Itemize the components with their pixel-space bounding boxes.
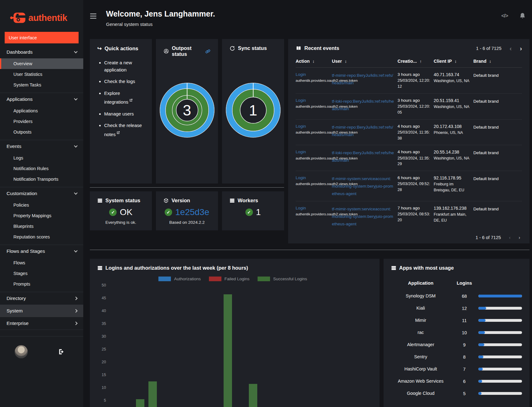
server-icon xyxy=(230,198,235,203)
event-geo: Frankfurt am Main, DE, EU xyxy=(434,212,470,223)
event-action-link[interactable]: Login xyxy=(296,205,329,211)
sidebar-section-system[interactable]: System xyxy=(0,305,83,317)
sidebar-section-events[interactable]: Events xyxy=(0,140,83,153)
event-user-link[interactable]: tf-mimir-repo:BeryJu/k8s:ref:refs/heads/… xyxy=(332,125,393,137)
events-column-action[interactable]: Action↕ xyxy=(296,56,332,68)
sidebar-section-customization[interactable]: Customization xyxy=(0,187,83,200)
event-user-cell: tf-loki-repo:BeryJu/k8s:ref:refs/heads/m… xyxy=(332,93,398,119)
quick-action-label: Explore integrations xyxy=(104,91,128,105)
sidebar-item-policies[interactable]: Policies xyxy=(0,200,83,210)
sidebar-item-notification-transports[interactable]: Notification Transports xyxy=(0,174,83,184)
external-link-icon xyxy=(129,97,133,103)
event-action-cell: Loginauthentik.providers.oauth2.views.to… xyxy=(296,93,332,119)
event-user-link[interactable]: tf-mimir-repo:BeryJu/k8s:ref:refs/heads/… xyxy=(332,73,393,85)
events-column-creatio[interactable]: Creatio...↑ xyxy=(398,56,434,68)
system-status-subtitle: Everything is ok. xyxy=(97,220,144,225)
sidebar-item-property-mappings[interactable]: Property Mappings xyxy=(0,210,83,221)
apps-rows: Synology DSM68Kiali12Mimir11rac10Alertma… xyxy=(391,290,522,400)
event-user-cell: tf-mimir-repo:BeryJu/k8s:ref:refs/heads/… xyxy=(332,68,398,94)
quick-action-check-the-logs[interactable]: Check the logs xyxy=(104,78,144,85)
event-geo: Freiburg im Breisgau, DE, EU xyxy=(434,181,470,193)
app-name: rac xyxy=(391,329,450,336)
event-action-link[interactable]: Login xyxy=(296,123,329,130)
sidebar-item-system-tasks[interactable]: System Tasks xyxy=(0,80,83,90)
sidebar-item-blueprints[interactable]: Blueprints xyxy=(0,221,83,232)
sidebar-section-dashboards[interactable]: Dashboards xyxy=(0,46,83,58)
sidebar-item-reputation-scores[interactable]: Reputation scores xyxy=(0,232,83,242)
sidebar-item-logs[interactable]: Logs xyxy=(0,153,83,163)
hamburger-menu-icon[interactable] xyxy=(90,13,96,20)
event-brand: Default brand xyxy=(473,206,499,212)
app-name: HashiCorp Vault xyxy=(391,365,450,373)
event-client-ip: 20.55.14.238 xyxy=(434,149,470,155)
quick-action-create-a-new-application[interactable]: Create a new application xyxy=(104,59,144,73)
sidebar-item-flows[interactable]: Flows xyxy=(0,257,83,268)
apps-usage-title: Apps with most usage xyxy=(399,265,454,271)
event-timestamp: 25/03/2024, 08:53:20 xyxy=(398,211,431,223)
y-tick-label: 25 xyxy=(102,347,106,351)
app-usage-bar xyxy=(478,356,522,358)
app-login-count: 7 xyxy=(450,367,478,372)
sidebar-section-flows-and-stages[interactable]: Flows and Stages xyxy=(0,245,83,257)
sidebar-item-outposts[interactable]: Outposts xyxy=(0,127,83,137)
event-action-cell: Loginauthentik.providers.oauth2.views.to… xyxy=(296,201,332,232)
version-value-link[interactable]: 1e25d3e xyxy=(175,207,209,217)
logout-icon[interactable] xyxy=(58,348,65,355)
event-action-link[interactable]: Login xyxy=(296,97,329,104)
api-code-icon[interactable]: </> xyxy=(501,13,508,19)
chevron-down-icon xyxy=(74,144,77,147)
sidebar-section-applications[interactable]: Applications xyxy=(0,93,83,105)
sidebar-section-label: System xyxy=(7,308,23,314)
quick-action-manage-users[interactable]: Manage users xyxy=(104,110,144,118)
apps-col-application: Application xyxy=(391,280,450,286)
event-client-ip: 139.162.176.238 xyxy=(434,205,470,212)
event-user-link[interactable]: tf-mimir-system:serviceaccount:monitorin… xyxy=(332,207,393,226)
event-action-link[interactable]: Login xyxy=(296,149,329,155)
sidebar-item-applications[interactable]: Applications xyxy=(0,105,83,116)
notifications-bell-icon[interactable] xyxy=(519,12,526,19)
y-tick-label: 35 xyxy=(102,321,106,326)
event-timestamp: 25/03/2024, 09:52:28 xyxy=(398,181,431,193)
sidebar-item-providers[interactable]: Providers xyxy=(0,116,83,127)
event-user-link[interactable]: tf-loki-repo:BeryJu/k8s:ref:refs/heads/m… xyxy=(332,150,394,163)
chevron-right-icon xyxy=(74,297,77,300)
events-column-client-ip[interactable]: Client IP↕ xyxy=(434,56,473,68)
event-brand: Default brand xyxy=(473,124,499,130)
events-column-user[interactable]: User↕ xyxy=(332,56,398,68)
event-action-link[interactable]: Login xyxy=(296,71,329,78)
usage-bar-track xyxy=(478,392,522,395)
sidebar-item-prompts[interactable]: Prompts xyxy=(0,279,83,289)
chart-title: Logins and authorizations over the last … xyxy=(105,265,248,271)
app-usage-bar xyxy=(478,343,522,346)
outpost-link-icon[interactable] xyxy=(205,49,210,54)
event-client-ip: 20.172.43.108 xyxy=(434,123,470,130)
event-time-ago: 3 hours ago xyxy=(398,97,431,104)
events-column-brand[interactable]: Brand↕ xyxy=(473,56,522,68)
event-action-link[interactable]: Login xyxy=(296,175,329,181)
event-user-link[interactable]: tf-mimir-system:serviceaccount:monitorin… xyxy=(332,176,393,196)
usage-bar-track xyxy=(478,343,522,346)
sidebar-item-notification-rules[interactable]: Notification Rules xyxy=(0,163,83,174)
pagination-next-icon[interactable]: › xyxy=(519,235,520,240)
user-interface-button[interactable]: User interface xyxy=(5,32,79,43)
sidebar-item-stages[interactable]: Stages xyxy=(0,268,83,279)
quick-action-check-the-release-notes[interactable]: Check the release notes xyxy=(104,122,144,138)
event-time-ago: 4 hours ago xyxy=(398,149,431,155)
sidebar-section-directory[interactable]: Directory xyxy=(0,292,83,305)
sidebar-item-overview[interactable]: Overview xyxy=(0,58,83,69)
sync-status-title: Sync status xyxy=(238,45,267,51)
usage-bar-fill xyxy=(478,331,485,334)
user-avatar[interactable] xyxy=(15,345,28,358)
apps-row-sentry: Sentry8 xyxy=(391,351,522,363)
event-user-link[interactable]: tf-loki-repo:BeryJu/k8s:ref:refs/heads/m… xyxy=(332,99,394,111)
pagination-prev-icon[interactable]: ‹ xyxy=(509,235,510,240)
sidebar-item-user-statistics[interactable]: User Statistics xyxy=(0,69,83,80)
chevron-down-icon xyxy=(74,249,77,252)
pagination-next-icon[interactable]: › xyxy=(520,46,522,51)
event-row: Loginauthentik.providers.oauth2.views.to… xyxy=(296,93,522,119)
pagination-prev-icon[interactable]: ‹ xyxy=(510,46,512,51)
sidebar-section-enterprise[interactable]: Enterprise xyxy=(0,317,83,330)
quick-action-explore-integrations[interactable]: Explore integrations xyxy=(104,90,144,106)
page-subtitle: General system status xyxy=(106,22,215,27)
quick-actions-card: ↪ Quick actions Create a new application… xyxy=(90,39,152,184)
